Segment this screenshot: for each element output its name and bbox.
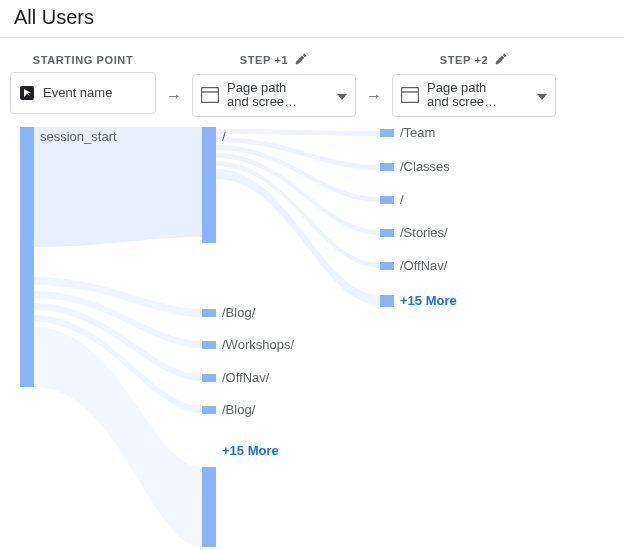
col0-label: STARTING POINT (33, 54, 133, 66)
node-label: session_start (40, 129, 117, 144)
node-bar-more[interactable] (202, 467, 216, 547)
node-bar[interactable] (202, 341, 216, 349)
arrow-right-icon: → (362, 87, 386, 105)
col0-selector-label: Event name (43, 86, 147, 100)
col1-label: STEP +1 (240, 52, 308, 68)
node-bar-root[interactable] (202, 127, 216, 243)
col1-selector-label-l1: Page path (227, 81, 329, 95)
node-label: / (222, 129, 226, 144)
node-label: /Stories/ (400, 225, 448, 240)
node-bar[interactable] (202, 406, 216, 414)
col2-label: STEP +2 (440, 52, 508, 68)
node-label: /Classes (400, 159, 450, 174)
arrow-right-icon: → (162, 87, 186, 105)
pencil-icon[interactable] (494, 52, 508, 68)
node-label: /Team (400, 125, 435, 140)
more-link[interactable]: +15 More (222, 443, 279, 458)
node-bar[interactable] (202, 374, 216, 382)
web-page-icon (201, 87, 219, 103)
chevron-down-icon (537, 86, 547, 104)
svg-rect-1 (202, 88, 219, 103)
col2-selector[interactable]: Page path and scree… (392, 74, 556, 117)
node-label: /Workshops/ (222, 337, 294, 352)
node-bar-more[interactable] (380, 295, 394, 307)
cursor-icon (19, 85, 35, 101)
node-label: / (400, 192, 404, 207)
node-bar[interactable] (380, 262, 394, 270)
node-label: /OffNav/ (222, 370, 269, 385)
svg-rect-3 (402, 88, 419, 103)
more-link[interactable]: +15 More (400, 293, 457, 308)
node-bar[interactable] (380, 163, 394, 171)
col2-selector-label-l1: Page path (427, 81, 529, 95)
node-bar[interactable] (380, 196, 394, 204)
node-bar-session-start[interactable] (20, 127, 34, 387)
node-bar[interactable] (380, 229, 394, 237)
node-bar[interactable] (202, 309, 216, 317)
web-page-icon (401, 87, 419, 103)
chevron-down-icon (337, 86, 347, 104)
col1-selector[interactable]: Page path and scree… (192, 74, 356, 117)
node-label: /Blog/ (222, 402, 255, 417)
node-label: /Blog/ (222, 305, 255, 320)
node-label: /OffNav/ (400, 258, 447, 273)
node-bar[interactable] (380, 129, 394, 137)
col1-selector-label-l2: and scree… (227, 95, 329, 109)
page-title: All Users (0, 0, 624, 38)
col2-selector-label-l2: and scree… (427, 95, 529, 109)
col0-selector[interactable]: Event name (10, 72, 156, 114)
pencil-icon[interactable] (294, 52, 308, 68)
